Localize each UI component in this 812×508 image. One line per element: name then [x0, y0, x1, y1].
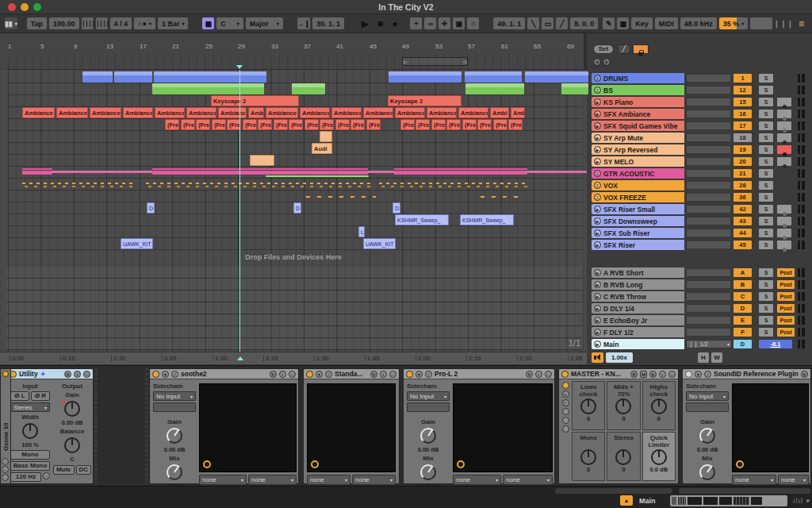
gain-knob[interactable]	[64, 401, 80, 417]
track-name[interactable]: SFX Riser Small	[592, 204, 684, 214]
solo-button[interactable]: S	[759, 229, 773, 237]
track-header-row[interactable]: SY Arp Reversed 19 S	[591, 144, 812, 156]
clip[interactable]: (Free	[462, 119, 477, 130]
main-activator-button[interactable]: D	[733, 340, 752, 348]
track-fold-icon[interactable]	[594, 75, 601, 82]
device-title-bar[interactable]: MASTER - KN... R M ↻ ▪ ⋯	[559, 369, 678, 379]
track-activator-button[interactable]: 28	[733, 181, 752, 190]
return-track-name[interactable]: E EchoBoy Jr	[592, 315, 684, 325]
rack-r-icon[interactable]: R	[630, 371, 638, 378]
track-header-row[interactable]: BS 12 S	[591, 84, 812, 96]
clip[interactable]	[481, 194, 525, 200]
unfold-device-icon[interactable]: ▾	[162, 371, 169, 378]
solo-button[interactable]: S	[759, 304, 773, 313]
track-io-box[interactable]	[686, 241, 731, 249]
clip[interactable]: (Free	[350, 119, 365, 130]
save-preset-icon[interactable]: ▪	[2, 466, 9, 473]
hot-swap-icon[interactable]: ↻	[649, 371, 657, 378]
arm-button[interactable]	[777, 121, 791, 130]
clip[interactable]: Ambiance	[427, 107, 457, 118]
rack-power-icon[interactable]	[562, 382, 569, 389]
track-name[interactable]: SY Arp Reversed	[592, 144, 684, 155]
post-button[interactable]: Post	[777, 292, 795, 301]
play-button[interactable]: ▶	[358, 18, 372, 29]
macro-control[interactable]: Highs check 0	[642, 381, 676, 430]
track-io-box[interactable]	[686, 193, 731, 202]
more-options-icon[interactable]: ⋯	[389, 371, 396, 378]
clip[interactable]: Keyscape 2	[388, 95, 462, 106]
link-midi-indicator-icon[interactable]: ▮▮▾	[5, 17, 17, 29]
loop-switch-icon[interactable]: ○	[467, 17, 479, 29]
mix-knob[interactable]	[420, 464, 436, 480]
device-soundid[interactable]: ▾ ∕ SoundID Reference Plugin ↻ Sidechain…	[682, 368, 811, 484]
clip[interactable]: (Free	[181, 119, 195, 130]
clip[interactable]: Ambiance	[123, 107, 153, 118]
sidechain-input-menu[interactable]: No Input▾	[153, 391, 196, 401]
clip[interactable]	[561, 83, 588, 94]
post-button[interactable]: Post	[777, 304, 795, 313]
return-track-row[interactable]: D DLY 1/4 D S Post	[591, 302, 812, 314]
track-header-row[interactable]: SFX Sub Riser 44 S	[591, 227, 812, 239]
track-width-button[interactable]: W	[711, 352, 722, 363]
solo-button[interactable]: S	[759, 268, 773, 277]
macro-knob[interactable]	[651, 398, 667, 414]
clip[interactable]	[114, 71, 152, 83]
track-io-box[interactable]	[686, 157, 731, 166]
key-map-button[interactable]: Key	[631, 17, 653, 29]
gain-knob[interactable]	[420, 428, 436, 444]
track-io-box[interactable]	[686, 110, 731, 118]
param-slot-1[interactable]: none▾	[732, 475, 776, 485]
track-fold-icon[interactable]	[594, 182, 601, 189]
device-pro-l2[interactable]: ▾ ∕ Pro-L 2 ↻ ▪ ⋯ Sidechain No Input▾ Ga…	[403, 368, 555, 484]
track-io-box[interactable]	[686, 217, 731, 225]
clip[interactable]: (Free	[335, 119, 350, 130]
track-io-box[interactable]	[686, 229, 731, 237]
track-io-box[interactable]	[686, 205, 731, 214]
track-header-row[interactable]: SFX Riser 45 S	[591, 239, 812, 251]
clip[interactable]: (Free	[477, 119, 492, 130]
clip[interactable]	[152, 168, 368, 175]
bass-listen-icon[interactable]: ◔	[43, 472, 50, 479]
save-preset-icon[interactable]: ▪	[380, 371, 387, 378]
macro-knob[interactable]	[651, 449, 667, 465]
more-options-icon[interactable]: ⋯	[289, 371, 296, 378]
sidechain-input-menu[interactable]: No Input▾	[407, 391, 450, 401]
clip[interactable]	[154, 71, 266, 83]
device-title-bar[interactable]: ▾ ∕ Standa... ↻ ▪ ⋯	[304, 369, 399, 379]
device-scrollbar[interactable]	[555, 488, 672, 494]
phase-right-button[interactable]: Ø R	[31, 391, 50, 401]
clip[interactable]: (Free	[274, 119, 288, 130]
device-chain-overview[interactable]	[670, 495, 787, 506]
tap-tempo-button[interactable]: Tap	[27, 17, 47, 29]
beat-time-ruler[interactable]: 159131721252933374145495357616569	[0, 41, 584, 54]
automation-draw-button[interactable]: ╱	[618, 44, 630, 54]
track-name[interactable]: SFX Ambiance	[592, 109, 684, 119]
solo-button[interactable]: S	[759, 316, 773, 325]
track-activator-button[interactable]: 45	[733, 241, 752, 249]
return-io-box[interactable]	[686, 268, 731, 277]
device-title-bar[interactable]: ▾ ∕ SoundID Reference Plugin ↻	[683, 369, 810, 379]
quantize-menu[interactable]: 1 Bar▾	[158, 17, 189, 29]
clip[interactable]: (Free	[508, 119, 523, 130]
track-header-row[interactable]: VOX FREEZE 36 S	[591, 191, 812, 203]
balance-knob[interactable]	[64, 437, 80, 453]
plugin-display[interactable]	[199, 383, 297, 472]
track-name[interactable]: DRUMS	[592, 73, 684, 83]
phase-left-button[interactable]: Ø L	[10, 391, 29, 401]
rack-remove-icon[interactable]: −	[562, 399, 569, 406]
main-volume-field[interactable]: -8.1	[759, 340, 792, 348]
track-io-box[interactable]	[686, 133, 731, 142]
metronome-button[interactable]: ○●▾	[134, 17, 155, 29]
solo-button[interactable]: S	[759, 217, 773, 225]
plugin-display[interactable]	[307, 383, 396, 472]
clip[interactable]	[379, 180, 528, 188]
macro-control[interactable]: Mono 0	[572, 432, 605, 481]
output-meter-icon[interactable]: ılıl ▾	[793, 497, 810, 505]
solo-button[interactable]: S	[759, 193, 773, 202]
device-scrollbar[interactable]	[679, 488, 810, 494]
show-device-chain-button[interactable]: ▲	[620, 495, 633, 506]
device-title-bar[interactable]: ▾ ∕ Pro-L 2 ↻ ▪ ⋯	[404, 369, 554, 379]
return-io-box[interactable]	[686, 292, 731, 301]
device-activator-icon[interactable]	[406, 371, 413, 378]
track-name[interactable]: SY MELO	[592, 156, 684, 167]
